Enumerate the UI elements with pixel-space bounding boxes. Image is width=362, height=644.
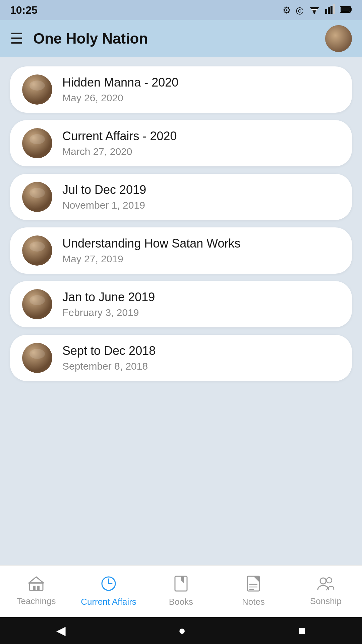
android-nav: ◀ ● ■ xyxy=(0,617,362,644)
notes-icon xyxy=(247,576,260,594)
bottom-nav: Teachings Current Affairs Books xyxy=(0,565,362,617)
status-icons: ⚙ ◎ xyxy=(283,4,352,16)
item-avatar xyxy=(22,343,52,373)
sonship-label: Sonship xyxy=(310,596,342,606)
item-title: Jan to June 2019 xyxy=(62,290,155,304)
svg-rect-5 xyxy=(328,7,330,14)
list-item[interactable]: Current Affairs - 2020 March 27, 2020 xyxy=(10,120,352,166)
item-text: Jan to June 2019 February 3, 2019 xyxy=(62,290,155,318)
list-item[interactable]: Hidden Manna - 2020 May 26, 2020 xyxy=(10,66,352,113)
svg-rect-6 xyxy=(330,6,333,14)
current-affairs-label: Current Affairs xyxy=(81,597,136,607)
list-item[interactable]: Jan to June 2019 February 3, 2019 xyxy=(10,281,352,327)
svg-point-26 xyxy=(320,578,326,584)
current-affairs-icon xyxy=(101,576,117,594)
svg-rect-11 xyxy=(29,583,43,590)
nav-item-teachings[interactable]: Teachings xyxy=(0,576,72,606)
user-avatar[interactable] xyxy=(325,25,352,52)
item-avatar xyxy=(22,74,52,105)
item-title: Current Affairs - 2020 xyxy=(62,129,177,143)
svg-rect-7 xyxy=(333,4,335,14)
sonship-icon xyxy=(317,576,335,593)
status-time: 10:25 xyxy=(10,4,38,16)
svg-point-27 xyxy=(326,578,332,583)
content-area: Hidden Manna - 2020 May 26, 2020 Current… xyxy=(0,57,362,565)
svg-rect-9 xyxy=(351,8,352,11)
status-bar: 10:25 ⚙ ◎ xyxy=(0,0,362,20)
nav-item-current-affairs[interactable]: Current Affairs xyxy=(72,576,145,607)
svg-point-3 xyxy=(313,12,315,14)
svg-marker-20 xyxy=(181,576,184,583)
nav-item-notes[interactable]: Notes xyxy=(217,576,290,607)
recents-button[interactable]: ■ xyxy=(298,624,306,638)
notes-label: Notes xyxy=(242,597,265,607)
svg-marker-22 xyxy=(253,576,259,582)
settings-icon: ⚙ xyxy=(283,5,291,16)
item-text: Sept to Dec 2018 September 8, 2018 xyxy=(62,344,156,372)
item-date: March 27, 2020 xyxy=(62,146,177,157)
item-date: November 1, 2019 xyxy=(62,200,146,211)
item-title: Sept to Dec 2018 xyxy=(62,344,156,358)
svg-rect-13 xyxy=(33,586,36,590)
item-date: May 26, 2020 xyxy=(62,92,178,104)
item-text: Jul to Dec 2019 November 1, 2019 xyxy=(62,183,146,211)
battery-icon xyxy=(340,5,352,15)
item-text: Understanding How Satan Works May 27, 20… xyxy=(62,236,241,265)
nav-item-books[interactable]: Books xyxy=(145,576,217,607)
item-avatar xyxy=(22,128,52,158)
svg-rect-10 xyxy=(341,7,350,12)
list-item[interactable]: Jul to Dec 2019 November 1, 2019 xyxy=(10,174,352,220)
wifi-icon xyxy=(308,4,320,16)
home-button[interactable]: ● xyxy=(178,624,186,638)
item-avatar xyxy=(22,289,52,319)
app-header: ☰ One Holy Nation xyxy=(0,20,362,57)
item-avatar xyxy=(22,235,52,266)
books-icon xyxy=(174,576,188,594)
hamburger-icon[interactable]: ☰ xyxy=(10,31,23,46)
signal-icon xyxy=(325,4,335,16)
recording-icon: ◎ xyxy=(296,5,304,16)
back-button[interactable]: ◀ xyxy=(56,624,66,638)
teachings-label: Teachings xyxy=(16,596,56,606)
nav-item-sonship[interactable]: Sonship xyxy=(290,576,362,606)
app-title: One Holy Nation xyxy=(33,30,315,47)
books-label: Books xyxy=(169,597,193,607)
svg-marker-12 xyxy=(29,577,44,583)
list-item[interactable]: Sept to Dec 2018 September 8, 2018 xyxy=(10,335,352,381)
list-item[interactable]: Understanding How Satan Works May 27, 20… xyxy=(10,227,352,274)
item-text: Current Affairs - 2020 March 27, 2020 xyxy=(62,129,177,157)
item-text: Hidden Manna - 2020 May 26, 2020 xyxy=(62,75,178,104)
item-date: September 8, 2018 xyxy=(62,361,156,372)
item-title: Hidden Manna - 2020 xyxy=(62,75,178,90)
item-date: May 27, 2019 xyxy=(62,253,241,265)
svg-rect-4 xyxy=(325,9,327,14)
item-date: February 3, 2019 xyxy=(62,307,155,318)
item-title: Jul to Dec 2019 xyxy=(62,183,146,197)
svg-rect-14 xyxy=(37,586,40,590)
teachings-icon xyxy=(28,576,44,593)
item-avatar xyxy=(22,182,52,212)
item-title: Understanding How Satan Works xyxy=(62,236,241,251)
